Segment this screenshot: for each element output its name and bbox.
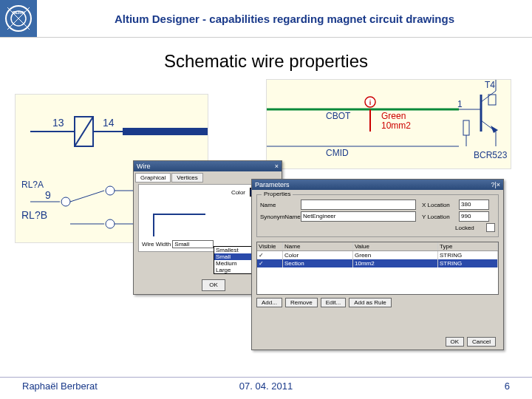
svg-point-16 (106, 219, 115, 228)
params-dialog-title: Parameters (255, 181, 290, 188)
parameters-dialog: Parameters ?|× Properties Name X Locatio… (251, 179, 504, 350)
wire-width-options: Smallest Small Medium Large (214, 246, 252, 274)
locked-label: Locked (455, 225, 485, 231)
name-input[interactable] (301, 200, 416, 210)
wire-color: Green (381, 111, 406, 121)
part-bcr: BCR523 (474, 150, 507, 160)
edit-button[interactable]: Edit... (321, 298, 346, 307)
ref-b: RL?B (21, 209, 47, 221)
name-label: Name (260, 202, 301, 208)
col-value[interactable]: Value (353, 242, 438, 250)
ok-button[interactable]: OK (446, 337, 465, 347)
opt-small[interactable]: Small (214, 253, 251, 260)
close-icon[interactable]: ?|× (491, 181, 500, 188)
table-row[interactable]: ✓ Section 10mm2 STRING (257, 259, 498, 267)
footer-author: Raphaël Berberat (22, 381, 98, 392)
remove-button[interactable]: Remove (285, 298, 318, 307)
close-icon[interactable]: × (275, 163, 279, 170)
net-cmid: CMID (326, 148, 349, 158)
svg-point-11 (61, 197, 70, 206)
table-row[interactable]: ✓ Color Green STRING (257, 251, 498, 259)
group-properties: Properties (262, 191, 293, 197)
slide-title: Altium Designer - capabilities regarding… (37, 13, 532, 25)
footer-page: 6 (505, 381, 510, 392)
color-label: Color (231, 189, 245, 196)
col-name[interactable]: Name (283, 242, 353, 250)
cancel-button[interactable]: Cancel (467, 337, 496, 347)
svg-text:i: i (369, 99, 372, 106)
wire-section: 10mm2 (381, 120, 411, 131)
content-area: RL?A RL?B 13 14 9 i CBOT CMID Green 1 (0, 79, 532, 360)
params-table: Visible Name Value Type ✓ Color Green ST… (256, 242, 499, 295)
wire-width-label: Wire Width (142, 241, 171, 248)
col-visible[interactable]: Visible (257, 242, 283, 250)
pin-9: 9 (45, 189, 51, 201)
svg-line-7 (75, 117, 93, 146)
pin-1: 1 (457, 99, 463, 109)
ref-t4: T4 (485, 80, 495, 90)
pin-13: 13 (52, 117, 64, 129)
svg-rect-29 (488, 95, 496, 105)
svg-marker-30 (491, 126, 498, 133)
xloc-label: X Location (422, 202, 459, 208)
pin-14: 14 (103, 117, 115, 129)
tab-graphical[interactable]: Graphical (135, 173, 171, 183)
syn-label: SynonymName (260, 214, 301, 220)
ok-button[interactable]: OK (202, 279, 225, 291)
svg-rect-32 (463, 120, 469, 135)
footer-date: 07. 04. 2011 (239, 381, 293, 392)
schematic-right: i CBOT CMID Green 10mm2 T4 1 BCR523 (266, 79, 511, 169)
yloc-input[interactable]: 990 (459, 211, 489, 222)
cern-logo: CERN (0, 0, 37, 37)
add-button[interactable]: Add... (256, 298, 282, 307)
svg-point-13 (106, 186, 115, 195)
opt-large[interactable]: Large (214, 267, 251, 273)
col-type[interactable]: Type (438, 242, 498, 250)
opt-smallest[interactable]: Smallest (214, 247, 251, 253)
locked-checkbox[interactable] (486, 223, 495, 232)
tab-vertices[interactable]: Vertices (171, 173, 202, 183)
yloc-label: Y Location (422, 214, 459, 220)
wire-dialog-title: Wire (137, 163, 151, 170)
add-rule-button[interactable]: Add as Rule (349, 298, 392, 307)
ref-a: RL?A (21, 180, 44, 190)
xloc-input[interactable]: 380 (459, 200, 489, 210)
opt-medium[interactable]: Medium (214, 260, 251, 267)
wire-width-dropdown[interactable]: Small (172, 240, 214, 248)
syn-input[interactable]: NetEngineer (301, 211, 416, 222)
slide-subtitle: Schematic wire properties (0, 51, 532, 72)
svg-line-12 (70, 191, 104, 202)
net-cbot: CBOT (326, 111, 350, 121)
